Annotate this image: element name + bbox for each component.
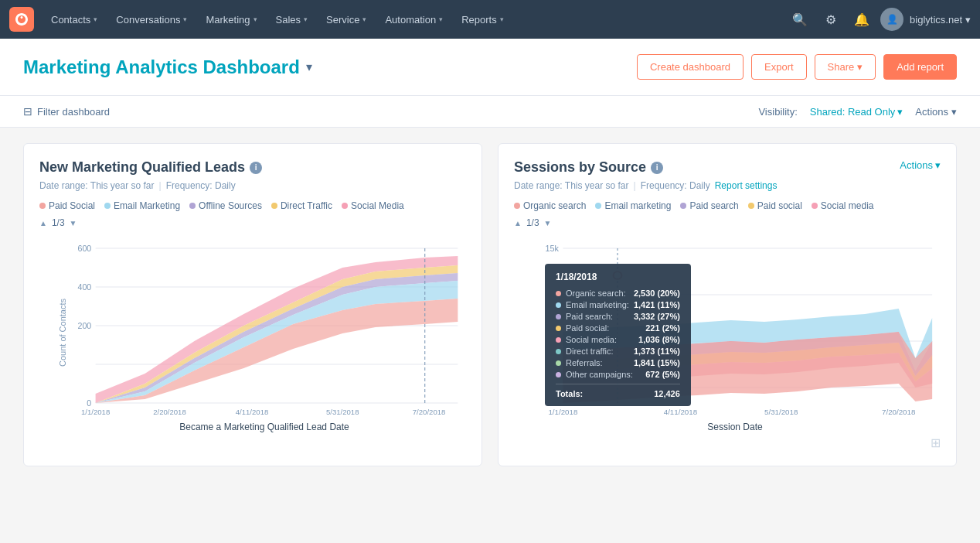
chevron-down-icon: ▾ <box>94 15 97 23</box>
svg-text:4/11/2018: 4/11/2018 <box>236 408 269 416</box>
report-settings-link[interactable]: Report settings <box>715 180 778 191</box>
svg-text:0: 0 <box>87 399 91 408</box>
right-card-header: Sessions by Source i Actions ▾ <box>514 159 941 180</box>
legend-dot <box>595 203 601 209</box>
share-button[interactable]: Share ▾ <box>815 54 876 80</box>
nav-contacts[interactable]: Contacts▾ <box>43 9 105 30</box>
filter-dashboard-button[interactable]: ⊟ Filter dashboard <box>23 105 110 118</box>
svg-text:5/31/2018: 5/31/2018 <box>326 408 359 416</box>
chevron-down-icon: ▾ <box>935 159 941 171</box>
add-report-button[interactable]: Add report <box>883 54 957 80</box>
nav-marketing[interactable]: Marketing▾ <box>198 9 264 30</box>
svg-point-31 <box>614 272 622 279</box>
create-dashboard-button[interactable]: Create dashboard <box>637 54 744 80</box>
export-button[interactable]: Export <box>751 54 807 80</box>
chevron-down-icon: ▾ <box>965 14 971 26</box>
info-icon[interactable]: i <box>250 162 262 174</box>
legend-item: Paid Social <box>39 200 95 211</box>
right-page-controls: ▲ 1/3 ▼ <box>514 217 941 228</box>
chevron-down-icon: ▾ <box>500 15 504 23</box>
nav-automation[interactable]: Automation▾ <box>377 9 451 30</box>
filter-icon: ⊟ <box>23 105 32 118</box>
legend-item: Offline Sources <box>189 200 262 211</box>
page-up-icon[interactable]: ▲ <box>39 219 47 227</box>
svg-text:7/20/2018: 7/20/2018 <box>413 408 446 416</box>
left-card-meta: Date range: This year so far | Frequency… <box>39 180 466 191</box>
nav-sales[interactable]: Sales▾ <box>268 9 316 30</box>
right-legend: Organic search Email marketing Paid sear… <box>514 200 941 211</box>
x-axis-label: Became a Marketing Qualified Lead Date <box>63 422 466 432</box>
legend-item: Direct Traffic <box>271 200 332 211</box>
chevron-down-icon: ▾ <box>897 106 903 118</box>
legend-item: Email Marketing <box>104 200 180 211</box>
legend-item: Paid search <box>680 200 738 211</box>
svg-text:7/20/2018: 7/20/2018 <box>882 408 915 416</box>
right-card-meta: Date range: This year so far | Frequency… <box>514 180 941 191</box>
left-legend: Paid Social Email Marketing Offline Sour… <box>39 200 466 211</box>
left-chart-svg: 600 400 200 0 <box>63 233 466 418</box>
chevron-down-icon: ▾ <box>439 15 443 23</box>
page-down-icon[interactable]: ▼ <box>70 219 77 227</box>
card-actions-button[interactable]: Actions ▾ <box>900 159 941 171</box>
filter-bar: ⊟ Filter dashboard Visibility: Shared: R… <box>0 96 980 128</box>
legend-dot <box>189 203 196 209</box>
svg-text:15k: 15k <box>546 244 560 253</box>
svg-text:4/11/2018: 4/11/2018 <box>664 408 697 416</box>
avatar[interactable]: 👤 <box>880 8 903 31</box>
right-chart: 1/18/2018 Organic search: 2,530 (20%) Em… <box>529 233 941 418</box>
nav-conversations[interactable]: Conversations▾ <box>108 9 195 30</box>
right-chart-svg: 15k 1/1/2018 <box>529 233 941 418</box>
left-card-header: New Marketing Qualified Leads i <box>39 159 466 180</box>
legend-item: Email marketing <box>595 200 671 211</box>
left-page-controls: ▲ 1/3 ▼ <box>39 217 466 228</box>
visibility-dropdown[interactable]: Shared: Read Only ▾ <box>810 106 903 118</box>
page-header: Marketing Analytics Dashboard ▾ Create d… <box>0 39 980 96</box>
header-actions: Create dashboard Export Share ▾ Add repo… <box>637 54 957 80</box>
legend-dot <box>680 203 686 209</box>
hubspot-logo[interactable] <box>9 7 34 32</box>
main-content: New Marketing Qualified Leads i Date ran… <box>0 128 980 482</box>
search-button[interactable]: 🔍 <box>788 7 812 32</box>
account-name[interactable]: biglytics.net ▾ <box>910 14 971 26</box>
legend-dot <box>342 203 348 209</box>
page-title: Marketing Analytics Dashboard <box>23 56 300 78</box>
info-icon[interactable]: i <box>651 162 663 174</box>
filter-right: Visibility: Shared: Read Only ▾ Actions … <box>758 106 957 118</box>
navbar: Contacts▾ Conversations▾ Marketing▾ Sale… <box>0 0 980 39</box>
legend-dot <box>812 203 818 209</box>
legend-dot <box>514 203 520 209</box>
left-chart-container: Count of Contacts 600 400 200 0 <box>39 233 466 432</box>
title-dropdown-icon[interactable]: ▾ <box>306 60 312 74</box>
settings-button[interactable]: ⚙ <box>818 7 843 32</box>
chevron-down-icon: ▾ <box>183 15 187 23</box>
left-card: New Marketing Qualified Leads i Date ran… <box>23 143 482 466</box>
svg-text:1/1/2018: 1/1/2018 <box>81 408 110 416</box>
svg-text:400: 400 <box>78 283 92 292</box>
legend-item: Paid social <box>748 200 802 211</box>
nav-service[interactable]: Service▾ <box>318 9 374 30</box>
legend-dot <box>748 203 754 209</box>
legend-item: Social media <box>812 200 874 211</box>
right-card: Sessions by Source i Actions ▾ Date rang… <box>498 143 957 466</box>
right-card-title: Sessions by Source i <box>514 159 663 176</box>
chevron-down-icon: ▾ <box>254 15 257 23</box>
page-down-icon[interactable]: ▼ <box>544 219 552 227</box>
svg-text:1/1/2018: 1/1/2018 <box>548 408 577 416</box>
resize-handle[interactable]: ⊞ <box>931 435 941 450</box>
actions-button[interactable]: Actions ▾ <box>915 106 957 118</box>
legend-item: Organic search <box>514 200 586 211</box>
chevron-down-icon: ▾ <box>951 106 957 118</box>
svg-text:2/20/2018: 2/20/2018 <box>153 408 186 416</box>
legend-dot <box>104 203 111 209</box>
page-up-icon[interactable]: ▲ <box>514 219 522 227</box>
legend-dot <box>271 203 277 209</box>
card-bottom: ⊞ <box>514 435 941 450</box>
left-card-title: New Marketing Qualified Leads i <box>39 159 262 176</box>
chevron-down-icon: ▾ <box>304 15 308 23</box>
svg-text:600: 600 <box>78 244 92 253</box>
svg-text:5/31/2018: 5/31/2018 <box>764 408 798 416</box>
nav-reports[interactable]: Reports▾ <box>454 9 512 30</box>
title-group: Marketing Analytics Dashboard ▾ <box>23 56 312 78</box>
notifications-button[interactable]: 🔔 <box>849 7 874 32</box>
chevron-down-icon: ▾ <box>362 15 366 23</box>
